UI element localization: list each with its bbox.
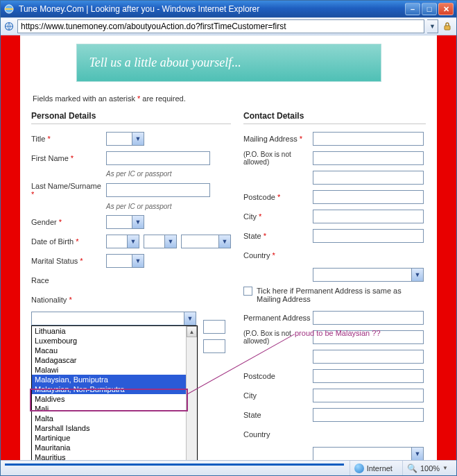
banner-text: Tell us a little about yourself... (89, 56, 241, 70)
zoom-icon: 🔍 (407, 464, 417, 473)
globe-icon (354, 464, 364, 473)
state-input[interactable] (313, 229, 424, 243)
mailing-label: Mailing Address * (243, 135, 313, 143)
chevron-down-icon: ▼ (132, 216, 144, 228)
window-minimize-button[interactable]: – (405, 3, 420, 15)
perm-country-select[interactable]: ▼ (313, 447, 424, 460)
lastname-hint: As per IC or passport (106, 203, 231, 210)
postcode-label: Postcode * (243, 193, 313, 201)
marital-select[interactable]: ▼ (106, 254, 144, 268)
zone-text: Internet (367, 464, 393, 473)
chevron-down-icon: ▼ (132, 133, 144, 145)
city-input[interactable] (313, 210, 424, 223)
lastname-label: Last Name/Surname * (31, 182, 106, 198)
url-dropdown-button[interactable]: ▼ (427, 19, 438, 33)
page-content: Tell us a little about yourself... Field… (20, 35, 437, 460)
nationality-aux1-input[interactable] (203, 320, 225, 334)
chevron-down-icon: ▼ (127, 235, 139, 248)
scroll-up-icon[interactable]: ▲ (187, 326, 197, 337)
firstname-hint: As per IC or passport (106, 170, 231, 178)
status-bar: Internet 🔍 100% ▼ (1, 460, 456, 475)
nationality-listbox[interactable]: LithuaniaLuxembourgMacauMadagascarMalawi… (31, 325, 198, 460)
chevron-down-icon: ▼ (184, 312, 196, 325)
nationality-option[interactable]: Malaysian, Non-Bumiputra (32, 384, 186, 394)
perm-city-input[interactable] (313, 389, 424, 402)
chevron-down-icon: ▼ (218, 235, 230, 248)
zoom-text: 100% (420, 464, 440, 473)
city-label: City * (243, 212, 313, 221)
svg-rect-2 (445, 26, 450, 30)
zone-indicator: Internet (350, 461, 397, 475)
perm-line1-input[interactable] (313, 311, 424, 325)
nationality-option[interactable]: Malawi (32, 365, 186, 375)
window-close-button[interactable]: ✕ (438, 3, 454, 15)
nationality-option[interactable]: Mauritius (32, 452, 186, 460)
nationality-option[interactable]: Macau (32, 346, 186, 355)
gender-select[interactable]: ▼ (106, 215, 144, 229)
chevron-down-icon: ▼ (442, 465, 448, 471)
window-maximize-button[interactable]: □ (422, 3, 437, 15)
gender-label: Gender * (31, 218, 106, 226)
nationality-aux2-input[interactable] (203, 339, 225, 353)
lastname-input[interactable] (106, 183, 210, 197)
nationality-option[interactable]: Martinique (32, 433, 186, 443)
zoom-control[interactable]: 🔍 100% ▼ (402, 461, 452, 475)
nationality-option[interactable]: Malta (32, 414, 186, 423)
perm-line3-input[interactable] (313, 350, 424, 364)
address-bar: https://www.tunemoney.com/aboutyouAction… (1, 17, 456, 35)
window-title: Tune Money.Com | Looking after you - Win… (19, 4, 405, 14)
chevron-down-icon: ▼ (411, 448, 423, 460)
page-viewport: Tell us a little about yourself... Field… (1, 35, 456, 460)
chevron-down-icon: ▼ (164, 235, 176, 248)
firstname-input[interactable] (106, 151, 210, 165)
url-field[interactable]: https://www.tunemoney.com/aboutyouAction… (17, 19, 424, 33)
postcode-input[interactable] (313, 190, 424, 204)
contact-details-section: Contact Details Mailing Address * (P.O. … (243, 111, 426, 460)
firstname-label: First Name * (31, 154, 106, 162)
nationality-option[interactable]: Mali (32, 404, 186, 414)
title-select[interactable]: ▼ (106, 132, 144, 146)
mailing-line2-input[interactable] (313, 151, 424, 165)
window-titlebar: Tune Money.Com | Looking after you - Win… (1, 1, 456, 17)
chevron-down-icon: ▼ (411, 269, 423, 281)
race-label: Race (31, 276, 106, 284)
lock-icon (441, 20, 454, 33)
annotation-text: proud to be Malaysian ?? (295, 329, 381, 337)
perm-state-label: State (243, 411, 313, 419)
nationality-option[interactable]: Mauritania (32, 443, 186, 452)
dob-day-select[interactable]: ▼ (106, 235, 139, 248)
banner: Tell us a little about yourself... (76, 44, 381, 82)
same-address-checkbox[interactable] (243, 287, 252, 296)
nationality-option[interactable]: Madagascar (32, 355, 186, 365)
same-address-label: Tick here if Permanent Address is same a… (257, 287, 426, 303)
perm-state-input[interactable] (313, 408, 424, 422)
url-text: https://www.tunemoney.com/aboutyouAction… (21, 22, 286, 31)
nationality-option[interactable]: Maldives (32, 394, 186, 404)
nationality-option[interactable]: Luxembourg (32, 336, 186, 346)
mailing-line3-input[interactable] (313, 171, 424, 185)
country-label: Country * (243, 251, 313, 260)
nationality-option[interactable]: Marshall Islands (32, 423, 186, 433)
dob-month-select[interactable]: ▼ (144, 235, 177, 248)
perm-postcode-label: Postcode (243, 372, 313, 380)
nationality-select[interactable]: ▼ (31, 312, 196, 325)
nationality-label: Nationality * (31, 296, 106, 304)
mailing-line1-input[interactable] (313, 132, 424, 146)
state-label: State * (243, 232, 313, 240)
personal-details-section: Personal Details Title * ▼ First Name * … (31, 111, 231, 460)
dob-label: Date of Birth * (31, 237, 106, 246)
contact-heading: Contact Details (243, 111, 426, 124)
required-note: Fields marked with an asterisk * are req… (33, 94, 424, 103)
nationality-option[interactable]: Malaysian, Bumiputra (32, 375, 186, 384)
country-select[interactable]: ▼ (313, 268, 424, 282)
perm-label: Permanent Address (243, 314, 313, 322)
marital-label: Marital Status * (31, 257, 106, 265)
dob-year-select[interactable]: ▼ (181, 235, 231, 248)
chevron-down-icon: ▼ (132, 255, 144, 267)
nationality-option[interactable]: Lithuania (32, 326, 186, 336)
pobox-note: (P.O. Box is not allowed) (243, 151, 313, 166)
ie-logo-icon (3, 3, 15, 15)
perm-postcode-input[interactable] (313, 369, 424, 383)
page-icon (3, 21, 15, 32)
perm-country-label: Country (243, 430, 313, 439)
